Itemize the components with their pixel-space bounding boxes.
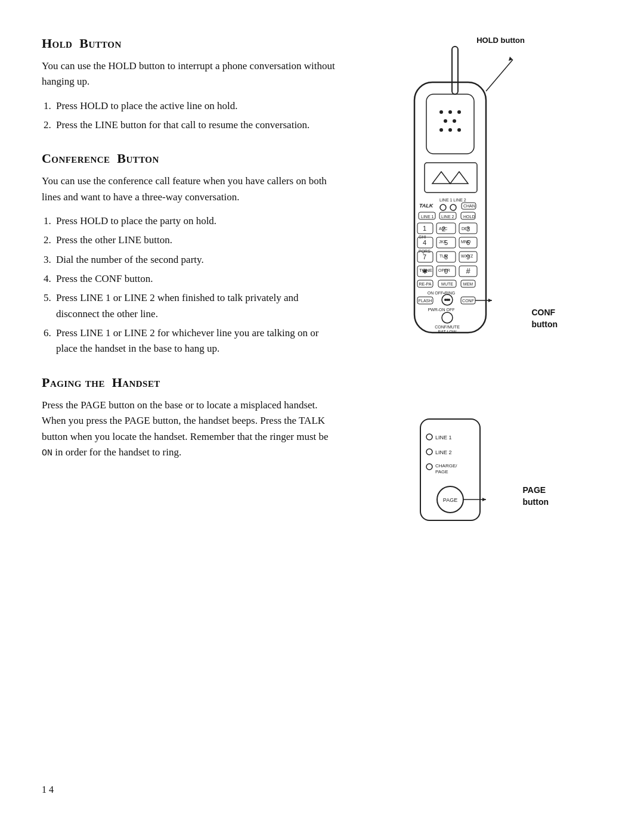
svg-text:5: 5 <box>444 239 448 246</box>
svg-text:7: 7 <box>423 253 426 260</box>
list-item: Dial the number of the second party. <box>54 252 340 268</box>
handset-svg: TALK LINE 1 LINE 2 CHAN LINE 1 LINE 2 HO… <box>382 46 501 392</box>
conference-button-steps: Press HOLD to place the party on hold. P… <box>54 213 340 357</box>
svg-text:FLASH: FLASH <box>419 299 432 303</box>
svg-text:CHARGE/: CHARGE/ <box>435 463 457 469</box>
page-layout: Hold Button You can use the HOLD button … <box>0 0 644 571</box>
svg-text:MEM: MEM <box>463 282 473 286</box>
svg-text:#: # <box>466 266 470 275</box>
svg-text:RE-PA: RE-PA <box>419 282 432 286</box>
svg-text:LINE 2: LINE 2 <box>435 449 452 455</box>
list-item: Press the LINE button for that call to r… <box>54 117 340 133</box>
svg-rect-2 <box>426 94 474 154</box>
list-item: Press HOLD to place the party on hold. <box>54 213 340 229</box>
svg-text:ON  OFF•RING: ON OFF•RING <box>428 291 455 295</box>
svg-marker-14 <box>432 172 450 184</box>
svg-text:LINE 1: LINE 1 <box>435 435 452 440</box>
svg-text:4: 4 <box>423 239 426 246</box>
svg-point-5 <box>457 110 461 114</box>
svg-text:CONF/MUTE: CONF/MUTE <box>435 325 460 329</box>
conference-button-intro: You can use the conference call feature … <box>42 173 340 205</box>
svg-text:PWR-ON  OFF: PWR-ON OFF <box>428 308 454 312</box>
svg-point-86 <box>426 449 432 455</box>
svg-text:TALK: TALK <box>419 203 434 209</box>
svg-text:CONF: CONF <box>462 299 474 303</box>
svg-text:✱: ✱ <box>422 268 428 275</box>
svg-text:1: 1 <box>423 225 426 232</box>
svg-point-6 <box>444 119 447 123</box>
svg-line-11 <box>486 60 513 91</box>
handset-diagram-area: HOLD button <box>382 36 525 395</box>
svg-text:LINE 2: LINE 2 <box>441 215 454 219</box>
list-item: Press HOLD to place the active line on h… <box>54 98 340 114</box>
hold-button-steps: Press HOLD to place the active line on h… <box>54 98 340 134</box>
svg-marker-15 <box>450 172 468 184</box>
page-number: 1 4 <box>42 784 54 795</box>
svg-point-4 <box>448 110 452 114</box>
svg-rect-13 <box>425 163 477 193</box>
svg-point-3 <box>439 110 443 114</box>
svg-text:PAGE: PAGE <box>435 469 448 474</box>
svg-point-88 <box>426 464 432 470</box>
svg-text:BAT LOW: BAT LOW <box>438 330 457 334</box>
list-item: Press the other LINE button. <box>54 232 340 248</box>
svg-text:6: 6 <box>466 239 470 246</box>
list-item: Press the CONF button. <box>54 271 340 287</box>
svg-text:CHAN: CHAN <box>463 204 475 208</box>
svg-rect-0 <box>452 46 458 94</box>
svg-text:LINE 1  LINE 2: LINE 1 LINE 2 <box>439 198 466 202</box>
conf-button-label: CONF button <box>531 307 558 330</box>
svg-marker-94 <box>482 498 486 501</box>
svg-text:MUTE: MUTE <box>441 282 453 286</box>
svg-point-9 <box>448 128 452 132</box>
svg-point-18 <box>440 204 446 210</box>
svg-point-74 <box>448 299 450 301</box>
base-unit-diagram: LINE 1 LINE 2 CHARGE/ PAGE PAGE PAGE but… <box>394 413 513 535</box>
svg-text:2: 2 <box>442 225 445 232</box>
page-button-label: PAGE button <box>522 485 549 508</box>
svg-text:3: 3 <box>466 225 470 232</box>
svg-point-19 <box>450 204 456 210</box>
conference-button-title: Conference Button <box>42 151 340 166</box>
svg-point-10 <box>457 128 461 132</box>
right-column: HOLD button <box>364 36 543 535</box>
svg-marker-78 <box>488 299 492 302</box>
svg-point-7 <box>453 119 456 123</box>
left-column: Hold Button You can use the HOLD button … <box>42 36 352 535</box>
hold-button-title: Hold Button <box>42 36 340 51</box>
svg-text:8: 8 <box>444 253 448 260</box>
svg-point-8 <box>439 128 443 132</box>
hold-button-intro: You can use the HOLD button to interrupt… <box>42 58 340 90</box>
hold-button-diagram-label: HOLD button <box>476 36 525 45</box>
svg-point-84 <box>426 434 432 440</box>
svg-point-80 <box>442 312 453 323</box>
svg-text:PAGE: PAGE <box>443 497 457 503</box>
base-svg: LINE 1 LINE 2 CHARGE/ PAGE PAGE <box>394 413 513 532</box>
list-item: Press LINE 1 or LINE 2 when finished to … <box>54 290 340 322</box>
list-item: Press LINE 1 or LINE 2 for whichever lin… <box>54 325 340 357</box>
paging-handset-title: Paging the Handset <box>42 375 340 390</box>
paging-handset-intro: Press the PAGE button on the base or to … <box>42 398 340 460</box>
svg-text:9: 9 <box>466 253 470 260</box>
svg-text:LINE 1: LINE 1 <box>421 215 434 219</box>
svg-text:0: 0 <box>444 268 448 275</box>
svg-text:HOLD: HOLD <box>463 215 475 219</box>
